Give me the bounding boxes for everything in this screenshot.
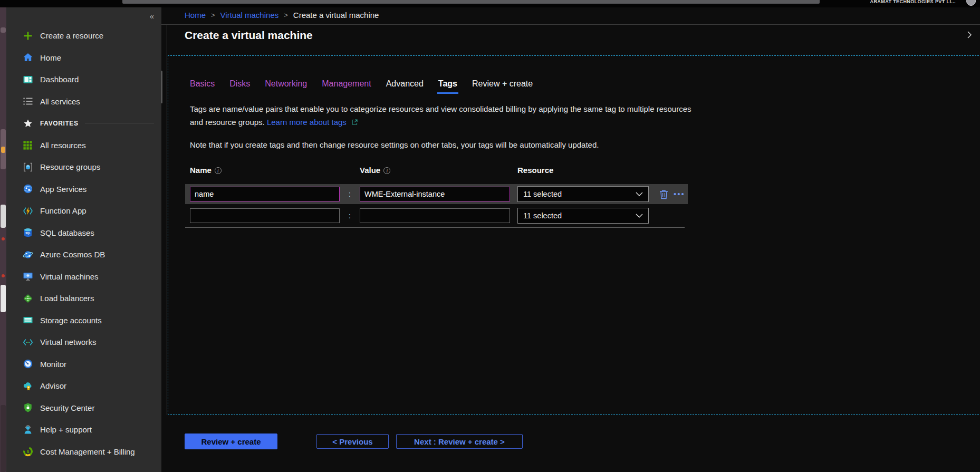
tag-name-input[interactable] [190,208,340,223]
tag-value-input[interactable] [360,187,510,201]
grid-icon [22,140,33,151]
browser-edge-strip [0,0,6,472]
next-button[interactable]: Next : Review + create > [396,434,523,449]
sidebar-collapse-icon[interactable]: « [150,12,154,21]
tag-table: Namei Valuei Resource : 11 selected [185,164,688,176]
sidebar-item-monitor[interactable]: Monitor [6,353,161,375]
edge-thumbnail [1,285,6,312]
sidebar-item-security-center[interactable]: Security Center [6,397,161,419]
sidebar-item-storage-accounts[interactable]: Storage accounts [6,310,161,332]
sidebar-item-home[interactable]: Home [6,47,161,69]
storage-icon [22,315,33,326]
sidebar-item-advisor[interactable]: Advisor [6,375,161,397]
row-more-options-button[interactable]: ••• [674,191,685,197]
lightning-icon [22,205,33,216]
svg-text:$: $ [26,449,29,454]
edge-footer [1,405,6,472]
favorites-divider [85,123,154,123]
angle-brackets-icon [22,336,33,348]
planet-icon [22,249,33,260]
top-bar: ARAMAT TECHNOLOGIES PVT LI... [0,0,980,7]
sidebar-item-azure-cosmos-db[interactable]: Azure Cosmos DB [6,244,161,266]
person-headset-icon [22,424,33,435]
sidebar-item-virtual-networks[interactable]: Virtual networks [6,331,161,353]
edge-glyph [1,147,5,153]
panel-left-border [167,25,167,415]
page-title: Create a virtual machine [185,29,313,42]
tag-name-input[interactable] [190,187,340,201]
edge-thumbnail [1,205,6,228]
top-search-bar[interactable] [122,0,820,4]
column-header-resource: Resource [517,166,649,175]
tab-tags[interactable]: Tags [438,79,457,94]
sidebar: « Create a resource Home Dashboard All s… [6,7,161,472]
breadcrumb-current: Create a virtual machine [293,11,379,20]
sidebar-item-app-services[interactable]: App Services [6,178,161,200]
sidebar-item-all-services[interactable]: All services [6,91,161,113]
tag-value-input[interactable] [360,208,510,223]
sidebar-item-sql-databases[interactable]: SQL SQL databases [6,222,161,244]
plus-icon [22,30,33,41]
sidebar-item-load-balancers[interactable]: Load balancers [6,287,161,310]
globe-icon [22,184,33,195]
chevron-down-icon [636,214,643,218]
info-icon[interactable]: i [383,167,390,174]
gauge-icon [22,359,33,370]
tag-table-header: Namei Valuei Resource [185,164,688,176]
tenant-name: ARAMAT TECHNOLOGIES PVT LI... [870,0,956,4]
tab-networking[interactable]: Networking [265,79,307,94]
sidebar-section-favorites: FAVORITES [6,112,161,134]
tag-row: : 11 selected ••• [185,184,688,204]
trash-icon [659,189,668,199]
svg-text:SQL: SQL [25,233,31,235]
tab-advanced[interactable]: Advanced [386,79,424,94]
star-icon [22,118,33,129]
table-bottom-border [185,227,685,228]
column-header-name: Namei [190,166,340,175]
sidebar-item-all-resources[interactable]: All resources [6,134,161,157]
sidebar-item-dashboard[interactable]: Dashboard [6,69,161,91]
sidebar-item-function-app[interactable]: Function App [6,200,161,222]
sidebar-item-help-support[interactable]: Help + support [6,419,161,441]
advisor-cloud-icon [22,380,33,391]
sidebar-item-resource-groups[interactable]: Resource groups [6,156,161,178]
tab-basics[interactable]: Basics [190,79,215,94]
sidebar-item-create-a-resource[interactable]: Create a resource [6,25,161,47]
main-content: Home > Virtual machines > Create a virtu… [161,7,980,472]
sidebar-item-virtual-machines[interactable]: Virtual machines [6,266,161,288]
tab-management[interactable]: Management [322,79,371,94]
resource-dropdown[interactable]: 11 selected [517,208,649,224]
edge-dot [2,237,5,240]
breadcrumb-virtual-machines[interactable]: Virtual machines [220,11,279,20]
panel-expand-chevron-icon[interactable] [965,31,975,40]
monitor-icon [22,271,33,282]
chevron-down-icon [636,192,643,197]
external-link-icon [351,116,358,129]
database-icon: SQL [22,227,33,238]
sidebar-item-cost-management-billing[interactable]: $ Cost Management + Billing [6,441,161,463]
learn-more-link[interactable]: Learn more about tags [267,118,347,127]
info-icon[interactable]: i [215,167,222,174]
tag-row: : 11 selected [185,207,688,225]
list-icon [22,96,33,107]
tab-review-create[interactable]: Review + create [472,79,533,94]
breadcrumb-home[interactable]: Home [185,11,206,20]
home-icon [22,52,33,63]
account-avatar[interactable] [966,0,976,6]
shield-lock-icon [22,402,33,413]
resource-dropdown[interactable]: 11 selected [517,186,649,202]
breadcrumb-separator: > [284,11,288,19]
cube-brackets-icon [22,161,33,172]
review-create-button[interactable]: Review + create [185,434,277,449]
previous-button[interactable]: < Previous [316,434,389,449]
tab-disks[interactable]: Disks [229,79,250,94]
edge-dot [2,274,5,277]
tags-note: Note that if you create tags and then ch… [190,140,599,149]
delete-row-button[interactable] [658,188,669,200]
edge-icon [1,27,6,33]
tags-panel: Basics Disks Networking Management Advan… [168,55,980,415]
breadcrumb: Home > Virtual machines > Create a virtu… [185,9,379,20]
wizard-tabs: Basics Disks Networking Management Advan… [190,79,547,94]
diamond-icon [22,293,33,304]
column-header-value: Valuei [360,166,510,175]
